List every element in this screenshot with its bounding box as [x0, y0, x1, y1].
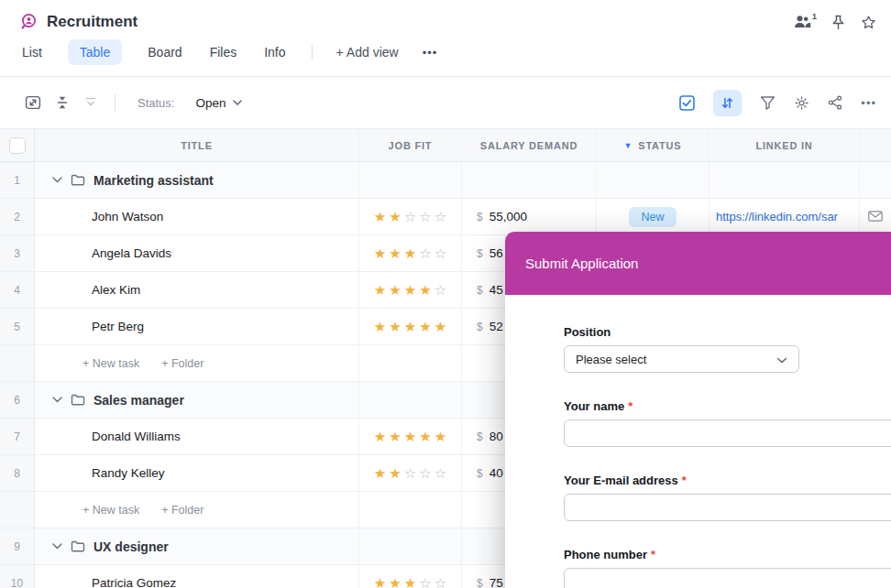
select-mode-checkbox-icon[interactable] [679, 95, 695, 111]
status-filter-dropdown[interactable]: Open [195, 96, 241, 110]
expand-all-icon-disabled[interactable] [83, 95, 98, 110]
tab-files[interactable]: Files [208, 39, 239, 65]
chevron-down-icon [233, 100, 242, 105]
star-empty-icon[interactable]: ☆ [434, 282, 446, 299]
star-empty-icon[interactable]: ☆ [404, 209, 416, 225]
add-task-button[interactable]: + New task [82, 504, 139, 517]
star-filled-icon[interactable]: ★ [389, 429, 401, 445]
status-badge[interactable]: New [629, 207, 676, 227]
column-header-title[interactable]: TITLE [35, 129, 359, 162]
star-filled-icon[interactable]: ★ [374, 465, 386, 482]
star-filled-icon[interactable]: ★ [374, 245, 386, 262]
add-folder-button[interactable]: + Folder [161, 357, 204, 370]
star-filled-icon[interactable]: ★ [434, 429, 446, 445]
add-folder-button[interactable]: + Folder [161, 504, 204, 517]
phone-number-input[interactable] [564, 568, 891, 588]
star-empty-icon[interactable]: ☆ [434, 465, 446, 482]
column-header-status[interactable]: ▼STATUS [597, 129, 710, 162]
star-empty-icon[interactable]: ☆ [434, 245, 446, 262]
star-empty-icon[interactable]: ☆ [419, 575, 431, 588]
row-number: 10 [0, 565, 35, 588]
title-cell: UX designer [35, 528, 359, 565]
collapse-chevron-icon[interactable] [52, 397, 62, 403]
star-rating[interactable]: ★★★☆☆ [374, 575, 446, 588]
group-row: 1Marketing assistant [0, 162, 891, 199]
star-rating[interactable]: ★★☆☆☆ [374, 465, 446, 482]
task-title-cell[interactable]: Patricia Gomez [35, 565, 359, 588]
linkedin-link[interactable]: https://linkedin.com/sar [716, 210, 838, 223]
star-filled-icon[interactable]: ★ [419, 429, 431, 445]
star-empty-icon[interactable]: ☆ [404, 465, 416, 482]
star-filled-icon[interactable]: ★ [389, 465, 401, 482]
star-filled-icon[interactable]: ★ [434, 319, 446, 335]
add-task-button[interactable]: + New task [82, 357, 139, 370]
select-all-cell [0, 129, 35, 162]
star-rating[interactable]: ★★★★★ [374, 319, 446, 335]
tab-table[interactable]: Table [68, 39, 122, 65]
envelope-icon[interactable] [868, 209, 883, 225]
task-title-cell[interactable]: John Watson [35, 199, 359, 235]
your-e-mail-address-input[interactable] [564, 494, 891, 521]
tab-info[interactable]: Info [262, 39, 287, 65]
star-filled-icon[interactable]: ★ [404, 575, 416, 588]
modal-header: Submit Application [505, 232, 891, 295]
title-cell: + New task+ Folder [35, 492, 359, 528]
star-empty-icon[interactable]: ☆ [434, 575, 446, 588]
star-filled-icon[interactable]: ★ [374, 575, 386, 588]
tabs-more-button[interactable]: ••• [423, 46, 438, 60]
task-title-cell[interactable]: Petr Berg [35, 309, 359, 345]
status-cell: New [597, 199, 710, 235]
column-header-linked-in[interactable]: LINKED IN [710, 129, 860, 162]
star-filled-icon[interactable]: ★ [374, 282, 386, 299]
star-rating[interactable]: ★★☆☆☆ [374, 209, 446, 225]
your-name-input[interactable] [564, 419, 891, 447]
star-rating[interactable]: ★★★★☆ [374, 282, 446, 299]
settings-gear-icon[interactable] [794, 95, 809, 111]
star-filled-icon[interactable]: ★ [389, 319, 401, 335]
star-filled-icon[interactable]: ★ [389, 575, 401, 588]
star-empty-icon[interactable]: ☆ [434, 209, 446, 225]
tab-board[interactable]: Board [146, 39, 183, 65]
star-filled-icon[interactable]: ★ [404, 429, 416, 445]
members-button[interactable]: 1 [794, 15, 816, 28]
pin-icon[interactable] [831, 15, 845, 30]
star-filled-icon[interactable]: ★ [389, 282, 401, 299]
task-title-cell[interactable]: Donald Williams [35, 419, 359, 455]
task-title-cell[interactable]: Angela Davids [35, 235, 359, 272]
star-empty-icon[interactable]: ☆ [419, 465, 431, 482]
star-filled-icon[interactable]: ★ [374, 319, 386, 335]
filter-funnel-icon[interactable] [760, 95, 776, 110]
column-header-salary-demand[interactable]: SALARY DEMAND [462, 129, 597, 162]
star-filled-icon[interactable]: ★ [389, 209, 401, 225]
star-rating[interactable]: ★★★☆☆ [374, 245, 446, 262]
star-empty-icon[interactable]: ☆ [419, 209, 431, 225]
collapse-chevron-icon[interactable] [52, 177, 62, 183]
add-view-button[interactable]: + Add view [336, 45, 399, 60]
expand-icon[interactable] [25, 94, 41, 111]
star-filled-icon[interactable]: ★ [404, 245, 416, 262]
task-title-cell[interactable]: Alex Kim [35, 272, 359, 309]
sort-icon[interactable] [713, 90, 742, 116]
star-filled-icon[interactable]: ★ [404, 282, 416, 299]
star-empty-icon[interactable]: ☆ [419, 245, 431, 262]
job-fit-cell: ★★☆☆☆ [359, 199, 462, 235]
submit-application-modal: Submit Application PositionPlease select… [505, 232, 891, 588]
collapse-rows-icon[interactable] [55, 95, 70, 110]
tab-list[interactable]: List [20, 39, 44, 65]
star-filled-icon[interactable]: ★ [419, 319, 431, 335]
star-filled-icon[interactable]: ★ [419, 282, 431, 299]
star-rating[interactable]: ★★★★★ [374, 429, 446, 445]
toolbar-more-button[interactable]: ••• [861, 96, 876, 110]
star-filled-icon[interactable]: ★ [404, 319, 416, 335]
task-title-cell[interactable]: Randy Kelley [35, 455, 359, 492]
star-filled-icon[interactable]: ★ [374, 209, 386, 225]
row-number: 4 [0, 272, 35, 309]
share-icon[interactable] [828, 95, 842, 110]
favorite-star-icon[interactable] [861, 15, 876, 30]
select-all-checkbox[interactable] [9, 137, 26, 154]
position-select[interactable]: Please select [564, 345, 799, 373]
star-filled-icon[interactable]: ★ [374, 429, 386, 445]
column-header-job-fit[interactable]: JOB FIT [359, 129, 462, 162]
collapse-chevron-icon[interactable] [52, 543, 62, 550]
star-filled-icon[interactable]: ★ [389, 245, 401, 262]
